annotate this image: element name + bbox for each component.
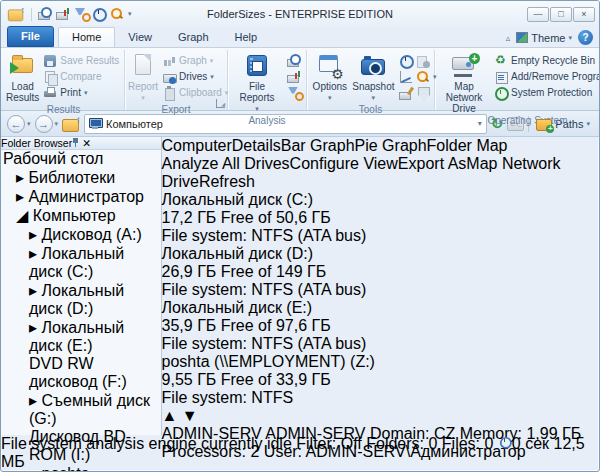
action-export-as[interactable]: Export As: [398, 155, 466, 172]
back-caret-icon[interactable]: ▾: [27, 120, 31, 128]
minimize-button[interactable]: —: [527, 7, 549, 22]
qat-filter-icon[interactable]: [74, 7, 88, 21]
ribbon-group-results: Load Results Save Results Compare Print▾…: [3, 50, 125, 110]
content-scrollbar[interactable]: ▲ ▼: [162, 407, 599, 425]
theme-picker[interactable]: Theme ▾: [516, 32, 572, 44]
theme-swatch-icon: [516, 32, 528, 43]
tree-item-компьютер[interactable]: ◢ Компьютер: [1, 206, 161, 225]
view-tab-folder-map[interactable]: Folder Map: [427, 137, 508, 154]
snapshot-button[interactable]: Snapshot▾: [352, 52, 395, 103]
theme-caret-icon: ▾: [568, 34, 572, 42]
search-button[interactable]: ▾: [414, 69, 431, 84]
protect-button[interactable]: [414, 85, 431, 100]
tree-item-label: Локальный диск (C:): [29, 245, 124, 280]
report-button[interactable]: Report▾: [128, 52, 158, 103]
filter-search-button[interactable]: [285, 85, 303, 100]
system-protection-button[interactable]: System Protection: [492, 85, 600, 100]
help-button[interactable]: ?: [578, 30, 593, 45]
programs-icon: [494, 70, 508, 84]
disk-info-button[interactable]: [414, 53, 431, 68]
close-button[interactable]: ×: [573, 7, 595, 22]
tree-item-рабочий-стол[interactable]: Рабочий стол: [1, 150, 161, 168]
empty-recycle-bin-button[interactable]: Empty Recycle Bin: [492, 53, 600, 68]
load-results-button[interactable]: Load Results: [6, 52, 39, 103]
tree-item-библиотеки[interactable]: ▸ Библиотеки: [1, 168, 161, 187]
tree-item-съемный-диск-g[interactable]: ▸ Съемный диск (G:): [1, 391, 161, 428]
options-button[interactable]: ⚙ Options▾: [310, 52, 350, 103]
qat-search-document-icon[interactable]: [110, 7, 124, 21]
tree-item-локальный-диск-d[interactable]: ▸ Локальный диск (D:): [1, 281, 161, 318]
tree-expander-icon[interactable]: ▸: [29, 282, 37, 299]
drive-panel-локальный-диск-e[interactable]: Локальный диск (E:) 35,9 ГБ Free of 97,6…: [162, 299, 599, 353]
clipboard-button[interactable]: Clipboard▾: [160, 85, 230, 100]
view-tab-computer[interactable]: Computer: [162, 137, 232, 154]
disk-trend-button[interactable]: [285, 69, 303, 84]
drive-free-text: 9,55 ГБ Free of 33,9 ГБ: [162, 371, 599, 389]
pin-icon[interactable]: [72, 138, 79, 147]
scheduler-button[interactable]: [397, 53, 414, 68]
maximize-button[interactable]: □: [550, 7, 572, 22]
forward-button[interactable]: →: [35, 115, 53, 133]
tree-item-администратор[interactable]: ▸ Администратор: [1, 187, 161, 206]
qat-disk-report-icon[interactable]: [38, 7, 52, 21]
drive-free-text: 26,9 ГБ Free of 149 ГБ: [162, 263, 599, 281]
export-dialog-launcher-icon[interactable]: [216, 99, 225, 108]
drive-panel-локальный-диск-c[interactable]: Локальный диск (C:) 17,2 ГБ Free of 50,6…: [162, 191, 599, 245]
qat-customize-caret-icon[interactable]: ▾: [128, 10, 132, 18]
qat-disk-search-icon[interactable]: [56, 7, 70, 21]
tab-view[interactable]: View: [115, 28, 165, 47]
disk-clock-icon: [287, 54, 301, 68]
tree-expander-icon[interactable]: ▸: [29, 319, 37, 336]
tree-item-dvd-rw-дисковод-f[interactable]: DVD RW дисковод (F:): [1, 355, 161, 391]
drive-panel-poshta-employment-z[interactable]: poshta (\\EMPLOYMENT) (Z:) 9,55 ГБ Free …: [162, 353, 599, 407]
view-tab-details[interactable]: Details: [232, 137, 281, 154]
disk-history-button[interactable]: [285, 53, 303, 68]
tree-expander-icon[interactable]: ▸: [29, 392, 37, 409]
compare-button[interactable]: Compare: [41, 69, 121, 84]
tree-expander-icon[interactable]: ▸: [16, 188, 24, 205]
tree-expander-icon[interactable]: ▸: [16, 169, 24, 186]
drive-panel-локальный-диск-d[interactable]: Локальный диск (D:) 26,9 ГБ Free of 149 …: [162, 245, 599, 299]
tab-home[interactable]: Home: [58, 27, 115, 47]
tree-item-дисковод-a[interactable]: ▸ Дисковод (A:): [1, 225, 161, 244]
rename-disk-button[interactable]: [397, 85, 414, 100]
tree-expander-icon[interactable]: ◢: [16, 207, 28, 224]
tree-item-локальный-диск-c[interactable]: ▸ Локальный диск (C:): [1, 244, 161, 281]
disk-info-icon: [416, 54, 430, 68]
qat-scheduler-clock-icon[interactable]: [92, 7, 106, 21]
save-results-button[interactable]: Save Results: [41, 53, 121, 68]
export-graph-button[interactable]: Graph▾: [160, 53, 230, 68]
content-scroll-down-icon[interactable]: ▼: [182, 407, 198, 424]
map-network-drive-button[interactable]: + Map Network Drive: [438, 52, 490, 114]
view-tab-pie-graph[interactable]: Pie Graph: [355, 137, 427, 154]
tree-item-локальный-диск-e[interactable]: ▸ Локальный диск (E:): [1, 318, 161, 355]
clock-icon: [399, 54, 413, 68]
collapse-ribbon-icon[interactable]: ▵: [506, 33, 511, 43]
up-folder-icon[interactable]: [62, 117, 80, 131]
tree-item-label: Локальный диск (D:): [29, 282, 124, 317]
qat-open-folder-icon[interactable]: [8, 8, 24, 21]
forward-caret-icon[interactable]: ▾: [55, 120, 59, 128]
view-tab-bar-graph[interactable]: Bar Graph: [281, 137, 355, 154]
ribbon-tab-row: File Home View Graph Help ▵ Theme ▾ ?: [1, 25, 599, 47]
action-configure-view[interactable]: Configure View: [290, 155, 398, 172]
file-reports-button[interactable]: File Reports▾: [231, 52, 283, 114]
tree-expander-icon[interactable]: ▸: [29, 245, 37, 262]
action-refresh[interactable]: Refresh: [199, 173, 255, 190]
export-drives-button[interactable]: Drives▾: [160, 69, 230, 84]
filter-status[interactable]: Filter: Off: [296, 435, 362, 452]
action-analyze-all-drives[interactable]: Analyze All Drives: [162, 155, 290, 172]
tab-file[interactable]: File: [7, 26, 54, 47]
tree-expander-icon[interactable]: ▸: [29, 226, 37, 243]
print-button[interactable]: Print▾: [41, 85, 121, 100]
content-scroll-up-icon[interactable]: ▲: [162, 407, 178, 424]
close-pane-icon[interactable]: ✕: [82, 137, 91, 149]
back-button[interactable]: ←: [7, 115, 25, 133]
tab-graph[interactable]: Graph: [165, 28, 222, 47]
trend-analysis-button[interactable]: [397, 69, 414, 84]
location-text: Компьютер: [106, 118, 163, 130]
add-remove-programs-button[interactable]: Add/Remove Programs: [492, 69, 600, 84]
group-label-results: Results: [6, 103, 121, 116]
tab-help[interactable]: Help: [222, 28, 271, 47]
compare-icon: [43, 70, 57, 84]
